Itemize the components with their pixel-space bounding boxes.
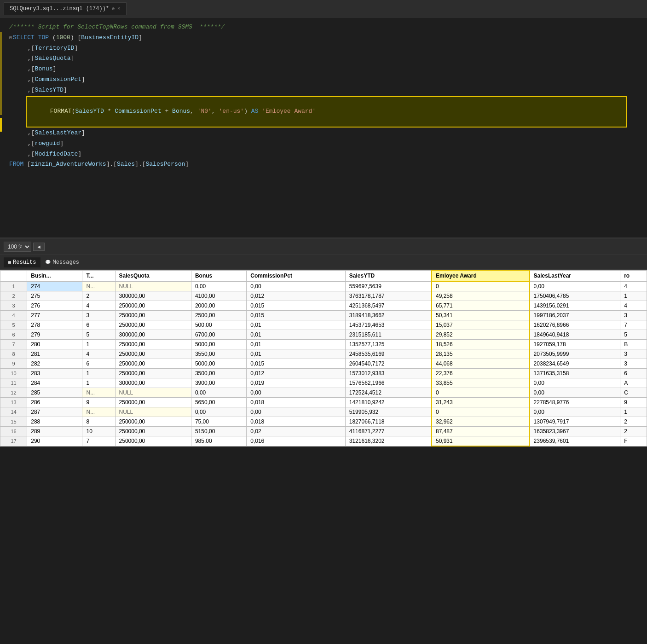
table-cell: 290 [27, 436, 82, 447]
col-header-busin: Busin... [27, 270, 82, 281]
table-row: 32764250000,002000,000,0154251368,549765… [0, 301, 647, 311]
close-icon[interactable]: × [117, 6, 121, 12]
table-cell: 3 [82, 311, 115, 320]
pin-icon[interactable]: ⊕ [112, 6, 115, 12]
table-cell: 0,00 [530, 281, 620, 291]
table-cell: 0,00 [530, 378, 620, 388]
table-cell: 0,018 [247, 417, 346, 427]
table-row: 1274N...NULL0,000,00559697,563900,004 [0, 281, 647, 291]
table-cell: 250000,00 [115, 436, 191, 447]
table-cell: 0 [432, 388, 530, 398]
table-cell: 0,012 [247, 369, 346, 378]
table-cell: 9 [82, 398, 115, 407]
table-cell: 2458535,6169 [345, 349, 432, 359]
table-row: 92826250000,005000,000,0152604540,717244… [0, 359, 647, 369]
table-cell: 250000,00 [115, 369, 191, 378]
col-header-commissionpct: CommissionPct [247, 270, 346, 281]
table-cell: 985,00 [191, 436, 246, 447]
table-cell: 300000,00 [115, 330, 191, 340]
table-cell: N... [82, 281, 115, 291]
table-cell: 250000,00 [115, 427, 191, 436]
table-row: 82814250000,003550,000,012458535,616928,… [0, 349, 647, 359]
table-cell: 282 [27, 359, 82, 369]
code-line-format: FORMAT(SalesYTD * CommissionPct + Bonus,… [0, 96, 647, 128]
table-row: 14287N...NULL0,000,00519905,93200,001 [0, 407, 647, 417]
row-number-cell: 17 [0, 436, 27, 447]
table-cell: 32,962 [432, 417, 530, 427]
code-line-bonus: ,[Bonus] [0, 64, 647, 75]
results-icon: ▦ [8, 260, 11, 265]
table-cell: 250000,00 [115, 398, 191, 407]
results-table: Busin... T... SalesQuota Bonus Commissio… [0, 270, 647, 447]
table-cell: 5650,00 [191, 398, 246, 407]
code-line-from: FROM [ zinzin_AdventureWorks ].[ Sales ]… [0, 159, 647, 170]
keyword-from: FROM [9, 160, 23, 169]
col-header-rownum [0, 270, 27, 281]
code-line-modifieddate: ,[ModifiedDate] [0, 149, 647, 160]
row-number-cell: 16 [0, 427, 27, 436]
table-cell: 1827066,7118 [345, 417, 432, 427]
zoom-select[interactable]: 100 % [4, 242, 31, 252]
table-cell: 0,015 [247, 359, 346, 369]
table-cell: 0,00 [191, 388, 246, 398]
table-cell: 3189418,3662 [345, 311, 432, 320]
table-cell: 0,00 [530, 407, 620, 417]
table-cell: 15,037 [432, 320, 530, 330]
tab-results-label: Results [13, 259, 36, 266]
table-cell: 285 [27, 388, 82, 398]
table-cell: NULL [115, 388, 191, 398]
table-cell: 2315185,611 [345, 330, 432, 340]
table-cell: 278 [27, 320, 82, 330]
table-cell: A [620, 378, 647, 388]
table-cell: 65,771 [432, 301, 530, 311]
table-cell: 0,019 [247, 378, 346, 388]
table-cell: 3 [620, 359, 647, 369]
table-cell: 283 [27, 369, 82, 378]
table-cell: C [620, 388, 647, 398]
table-cell: 0,01 [247, 349, 346, 359]
collapse-icon[interactable]: ⊟ [9, 35, 12, 42]
table-cell: 3900,00 [191, 378, 246, 388]
col-header-saleslastyear: SalesLastYear [530, 270, 620, 281]
table-row: 42773250000,002500,000,0153189418,366250… [0, 311, 647, 320]
table-row: 112841300000,003900,000,0191576562,19663… [0, 378, 647, 388]
tab-messages-label: Messages [52, 259, 79, 266]
table-row: 62795300000,006700,000,012315185,61129,8… [0, 330, 647, 340]
table-cell: 1 [620, 407, 647, 417]
table-cell: 1371635,3158 [530, 369, 620, 378]
table-cell: 0,01 [247, 320, 346, 330]
table-cell: 1573012,9383 [345, 369, 432, 378]
table-cell: 277 [27, 311, 82, 320]
table-cell: 250000,00 [115, 359, 191, 369]
table-cell: 33,855 [432, 378, 530, 388]
tab-messages[interactable]: 💬 Messages [40, 257, 84, 267]
editor-tab[interactable]: SQLQuery3.sql...zinsql (174))* ⊕ × [4, 2, 127, 15]
row-number-cell: 3 [0, 301, 27, 311]
comment-text: /****** Script for SelectTopNRows comman… [9, 23, 225, 32]
table-cell: 559697,5639 [345, 281, 432, 291]
code-line-commissionpct: ,[CommissionPct] [0, 75, 647, 85]
row-number-cell: 7 [0, 340, 27, 349]
table-cell: 250000,00 [115, 340, 191, 349]
table-cell: 1849640,9418 [530, 330, 620, 340]
row-number-cell: 14 [0, 407, 27, 417]
row-number-cell: 11 [0, 378, 27, 388]
table-cell: 44,068 [432, 359, 530, 369]
scroll-left-button[interactable]: ◄ [33, 243, 45, 251]
table-row: 12285N...NULL0,000,00172524,451200,00C [0, 388, 647, 398]
table-cell: 9 [620, 398, 647, 407]
table-cell: F [620, 436, 647, 447]
table-cell: 1439156,0291 [530, 301, 620, 311]
table-cell: 1750406,4785 [530, 291, 620, 301]
table-row: 72801250000,005000,000,011352577,132518,… [0, 340, 647, 349]
table-cell: 276 [27, 301, 82, 311]
table-cell: 0,00 [191, 407, 246, 417]
table-row: 52786250000,00500,000,011453719,465315,0… [0, 320, 647, 330]
table-cell: 2278548,9776 [530, 398, 620, 407]
tab-results[interactable]: ▦ Results [4, 257, 40, 267]
table-cell: 50,341 [432, 311, 530, 320]
table-cell: 284 [27, 378, 82, 388]
table-cell: 0,00 [247, 281, 346, 291]
messages-icon: 💬 [45, 260, 51, 265]
table-cell: 5000,00 [191, 359, 246, 369]
